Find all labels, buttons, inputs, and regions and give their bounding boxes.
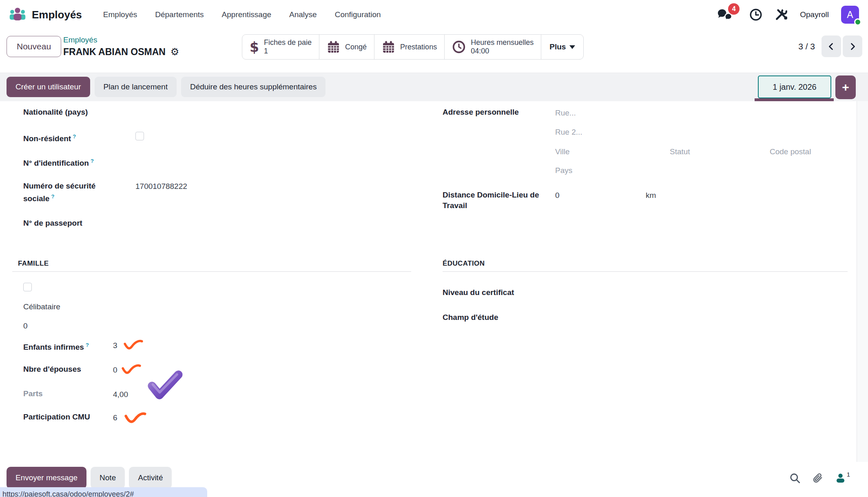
payslips-count: 1 [264,47,268,55]
version-date-tab[interactable]: 1 janv. 2026 [758,75,831,98]
help-icon: ? [73,133,76,140]
famille-title: FAMILLE [18,260,49,267]
calendar-icon [327,40,340,54]
city-input[interactable]: Ville [555,146,570,157]
chevron-left-icon [827,42,835,51]
study-field-label: Champ d'étude [443,312,498,323]
id-number-label: N° d'identification? [23,156,94,169]
purple-check-annotation [142,366,186,403]
children-count-value[interactable]: 0 [23,321,28,331]
employees-app-icon[interactable] [9,7,26,22]
state-input[interactable]: Statut [670,146,690,157]
nav-menu-apprentissage[interactable]: Apprentissage [222,10,271,19]
wives-count-value[interactable]: 0 [113,365,117,375]
employees-logo-graphic [9,7,26,22]
chatter-search-icon[interactable] [789,473,801,486]
timeoff-smart-button[interactable]: Congé [319,35,374,59]
street2-input[interactable]: Rue 2... [555,127,582,138]
non-resident-label: Non-résident? [23,131,76,144]
zip-input[interactable]: Code postal [770,146,811,157]
disabled-children-label: Enfants infirmes? [23,340,89,353]
ssn-label: Numéro de sécurité sociale? [23,181,117,204]
disabled-children-value[interactable]: 3 [113,340,117,351]
help-icon: ? [51,193,54,200]
education-title: ÉDUCATION [443,260,485,267]
messages-badge: 4 [728,3,740,15]
payslips-smart-button[interactable]: $ Fiches de paie 1 [242,35,319,59]
chevron-right-icon [848,42,857,51]
new-button[interactable]: Nouveau [7,36,61,57]
record-title: FRANK ABIAN OSMAN [63,46,166,58]
tools-glyph [775,8,788,21]
famille-checkbox[interactable] [23,283,32,291]
certificate-level-label: Niveau du certificat [443,287,514,298]
nationality-label: Nationalité (pays) [23,107,88,118]
pager-next-button[interactable] [843,36,862,57]
monthly-hours-label: Heures mensuelles [471,38,534,47]
app-name: Employés [32,9,82,21]
follower-person-icon [835,473,846,484]
dollar-icon: $ [250,40,259,54]
tools-icon[interactable] [775,8,788,21]
marital-status-value[interactable]: Célibataire [23,302,60,312]
actions-gear-icon[interactable]: ⚙ [170,47,179,57]
benefits-smart-button[interactable]: Prestations [374,35,445,59]
non-resident-checkbox[interactable] [135,132,144,140]
help-icon: ? [86,342,89,348]
search-icon [789,473,801,484]
benefits-label: Prestations [400,43,437,51]
payslips-label: Fiches de paie [264,38,312,47]
user-avatar[interactable]: A [841,6,859,24]
nav-menu-departements[interactable]: Départements [155,10,204,19]
launch-plan-button[interactable]: Plan de lancement [95,77,177,97]
control-panel: Nouveau Employés FRANK ABIAN OSMAN ⚙ $ F… [0,29,868,73]
more-smart-button[interactable]: Plus [541,35,583,59]
activities-clock-icon[interactable] [749,8,762,21]
ssn-value[interactable]: 170010788222 [135,181,187,192]
more-label: Plus [549,42,566,51]
distance-value[interactable]: 0 [555,190,560,201]
attachments-icon[interactable] [812,473,824,486]
help-icon: ? [91,158,94,164]
messages-icon[interactable]: 4 [717,8,733,21]
country-input[interactable]: Pays [555,165,572,176]
add-version-button[interactable]: + [835,75,856,99]
company-name[interactable]: Opayroll [800,10,829,19]
breadcrumb: Employés FRANK ABIAN OSMAN ⚙ [63,35,179,58]
breadcrumb-parent-link[interactable]: Employés [63,35,179,45]
clock-glyph [749,8,762,21]
followers-button[interactable]: 1 [835,473,850,484]
clock-icon [452,40,466,54]
nav-menu-employes[interactable]: Employés [103,10,137,19]
pager-previous-button[interactable] [822,36,841,57]
distance-unit: km [646,190,656,201]
record-pager: 3 / 3 [798,36,862,57]
smart-buttons: $ Fiches de paie 1 Congé Prestations [242,34,584,60]
avatar-letter: A [847,9,853,20]
address-label: Adresse personnelle [443,107,519,118]
active-tab-underline [755,98,834,101]
send-message-button[interactable]: Envoyer message [7,467,86,489]
orange-check-annotation [122,411,149,426]
create-user-button[interactable]: Créer un utilisateur [7,77,90,97]
monthly-hours-value: 04:00 [471,47,489,55]
deduct-overtime-button[interactable]: Déduire des heures supplémentaires [181,77,326,97]
calendar-icon [382,40,395,54]
browser-status-url: https://paiesoft.casa/odoo/employees/2# [0,487,207,497]
main-menu: Employés Départements Apprentissage Anal… [103,10,381,19]
cmu-participation-value[interactable]: 6 [113,413,117,423]
nav-menu-analyse[interactable]: Analyse [289,10,317,19]
street-input[interactable]: Rue... [555,108,576,118]
wives-count-label: Nbre d'épouses [23,364,81,375]
log-note-button[interactable]: Note [91,467,125,489]
sheet-right-divider [857,101,868,462]
pager-counter: 3 / 3 [798,42,815,51]
online-status-dot [854,18,861,26]
parts-value[interactable]: 4,00 [113,389,128,400]
orange-check-annotation [120,363,143,376]
activity-button[interactable]: Activité [129,467,172,489]
followers-count: 1 [847,471,850,478]
monthly-hours-smart-button[interactable]: Heures mensuelles 04:00 [445,35,541,59]
nav-menu-configuration[interactable]: Configuration [335,10,381,19]
paperclip-icon [812,473,824,484]
